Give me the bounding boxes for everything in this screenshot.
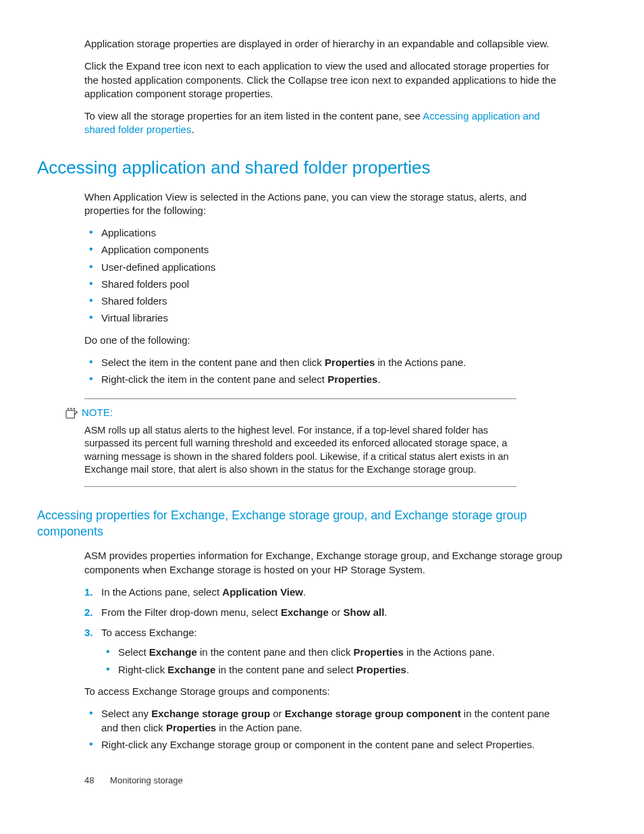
text: in the content pane and select bbox=[215, 664, 356, 675]
list-item: To access Exchange: Select Exchange in t… bbox=[101, 626, 564, 677]
paragraph: Application storage properties are displ… bbox=[84, 37, 564, 51]
text: Select the item in the content pane and … bbox=[101, 357, 325, 368]
heading-accessing-application: Accessing application and shared folder … bbox=[37, 156, 564, 180]
list-item: Shared folders bbox=[101, 294, 564, 308]
note-icon bbox=[65, 408, 78, 419]
list-item: Select any Exchange storage group or Exc… bbox=[101, 707, 564, 735]
text: Right-click bbox=[118, 664, 167, 675]
bold-text: Exchange bbox=[167, 664, 215, 675]
text: or bbox=[270, 708, 285, 719]
bullet-list: Applications Application components User… bbox=[84, 226, 564, 325]
list-item: Right-click Exchange in the content pane… bbox=[118, 663, 564, 677]
bold-text: Properties bbox=[327, 373, 377, 385]
list-item: Virtual libraries bbox=[101, 311, 564, 325]
heading-accessing-exchange: Accessing properties for Exchange, Excha… bbox=[37, 507, 564, 540]
text: . bbox=[384, 606, 387, 618]
list-item: In the Actions pane, select Application … bbox=[101, 585, 564, 599]
bold-text: Properties bbox=[325, 357, 375, 368]
text: To view all the storage properties for a… bbox=[84, 110, 423, 122]
text: Select bbox=[118, 646, 149, 658]
list-item: User-defined applications bbox=[101, 261, 564, 274]
section1-body: When Application View is selected in the… bbox=[84, 190, 564, 387]
page-footer: 48 Monitoring storage bbox=[84, 775, 183, 787]
bold-text: Exchange storage group component bbox=[285, 708, 461, 719]
text: . bbox=[377, 373, 380, 385]
text: in the Actions pane. bbox=[375, 357, 466, 368]
text: or bbox=[329, 606, 344, 618]
text: From the Filter drop-down menu, select bbox=[101, 606, 281, 618]
list-item: Right-click the item in the content pane… bbox=[101, 373, 564, 386]
bold-text: Show all bbox=[344, 606, 385, 618]
list-item: Shared folders pool bbox=[101, 278, 564, 291]
text: in the Actions pane. bbox=[404, 646, 495, 658]
text: . bbox=[191, 124, 194, 135]
list-item: Select Exchange in the content pane and … bbox=[118, 646, 564, 659]
list-item: From the Filter drop-down menu, select E… bbox=[101, 606, 564, 619]
bullet-list: Select the item in the content pane and … bbox=[84, 356, 564, 387]
text: in the Action pane. bbox=[216, 722, 302, 733]
list-item: Select the item in the content pane and … bbox=[101, 356, 564, 369]
chapter-title: Monitoring storage bbox=[110, 775, 183, 785]
bold-text: Exchange bbox=[281, 606, 329, 618]
paragraph: When Application View is selected in the… bbox=[84, 190, 564, 218]
text: In the Actions pane, select bbox=[101, 586, 222, 598]
paragraph: To access Exchange Storage groups and co… bbox=[84, 685, 564, 698]
bold-text: Exchange storage group bbox=[151, 708, 270, 719]
section2-body: ASM provides properties information for … bbox=[84, 549, 564, 752]
note-text: ASM rolls up all status alerts to the hi… bbox=[84, 424, 516, 477]
note-label: NOTE: bbox=[82, 406, 113, 419]
paragraph: Do one of the following: bbox=[84, 334, 564, 347]
text: in the content pane and then click bbox=[197, 646, 354, 658]
bold-text: Properties bbox=[356, 664, 406, 675]
note-block: NOTE: ASM rolls up all status alerts to … bbox=[84, 398, 516, 487]
text: . bbox=[406, 664, 409, 675]
text: To access Exchange: bbox=[101, 627, 197, 638]
inner-bullet-list: Select Exchange in the content pane and … bbox=[101, 646, 564, 677]
intro-block: Application storage properties are displ… bbox=[84, 37, 564, 137]
bold-text: Properties bbox=[354, 646, 404, 658]
text: Right-click the item in the content pane… bbox=[101, 373, 327, 385]
svg-rect-0 bbox=[66, 411, 74, 419]
list-item: Right-click any Exchange storage group o… bbox=[101, 738, 564, 752]
bold-text: Exchange bbox=[149, 646, 197, 658]
ordered-list: In the Actions pane, select Application … bbox=[84, 585, 564, 677]
list-item: Applications bbox=[101, 226, 564, 240]
bold-text: Application View bbox=[222, 586, 303, 598]
note-header: NOTE: bbox=[84, 406, 516, 419]
text: . bbox=[303, 586, 306, 598]
paragraph: To view all the storage properties for a… bbox=[84, 109, 564, 137]
list-item: Application components bbox=[101, 243, 564, 257]
paragraph: Click the Expand tree icon next to each … bbox=[84, 59, 564, 101]
text: Select any bbox=[101, 708, 151, 719]
paragraph: ASM provides properties information for … bbox=[84, 549, 564, 577]
page-number: 48 bbox=[84, 775, 94, 785]
page: Application storage properties are displ… bbox=[0, 0, 644, 834]
bold-text: Properties bbox=[166, 722, 216, 733]
bullet-list: Select any Exchange storage group or Exc… bbox=[84, 707, 564, 752]
